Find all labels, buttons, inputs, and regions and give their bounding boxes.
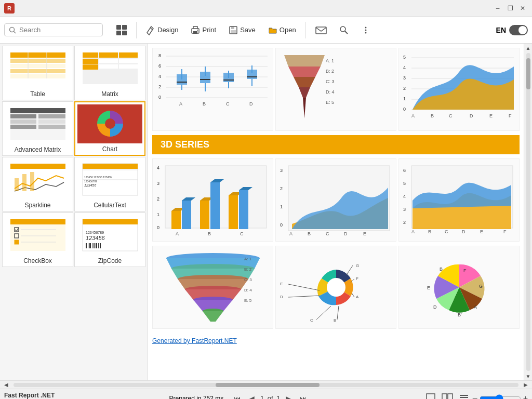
scroll-track bbox=[526, 53, 530, 371]
status-app-name: Fast Report .NET bbox=[4, 392, 55, 399]
sidebar-item-cellular[interactable]: 123456 123456 123456 123456789 123456 Ce… bbox=[74, 157, 145, 211]
toolbar: Design Print Save Open EN bbox=[0, 17, 532, 44]
svg-point-12 bbox=[365, 26, 366, 28]
nav-next-button[interactable]: ▶ bbox=[283, 392, 295, 400]
email-button[interactable] bbox=[310, 22, 332, 38]
content-area: 8 6 4 2 0 bbox=[148, 44, 524, 380]
minimize-button[interactable]: – bbox=[493, 3, 503, 14]
view-single-button[interactable] bbox=[424, 392, 437, 399]
zoom-plus-button[interactable]: + bbox=[523, 394, 528, 400]
design-button[interactable]: Design bbox=[141, 22, 183, 38]
status-right: – + bbox=[424, 392, 528, 399]
language-label: EN bbox=[496, 26, 506, 34]
svg-rect-146 bbox=[200, 201, 209, 229]
svg-rect-8 bbox=[231, 30, 236, 33]
sidebar-item-sparkline[interactable]: Sparkline bbox=[2, 157, 73, 211]
svg-rect-71 bbox=[89, 243, 91, 248]
svg-text:D: D bbox=[344, 231, 348, 236]
svg-line-1 bbox=[14, 31, 16, 33]
svg-text:4: 4 bbox=[403, 65, 406, 70]
hscroll-right-button[interactable]: ▶ bbox=[520, 379, 532, 391]
svg-rect-9 bbox=[316, 27, 326, 34]
svg-text:3: 3 bbox=[280, 168, 283, 173]
zoom-slider-input[interactable] bbox=[480, 394, 521, 400]
svg-text:A: A bbox=[356, 295, 359, 299]
svg-text:2: 2 bbox=[157, 196, 159, 202]
theme-toggle[interactable] bbox=[509, 25, 528, 35]
hscroll-thumb[interactable] bbox=[216, 383, 320, 387]
svg-text:5: 5 bbox=[403, 55, 406, 60]
svg-text:6: 6 bbox=[403, 168, 406, 173]
svg-text:3: 3 bbox=[403, 207, 406, 212]
hscroll-track bbox=[14, 383, 518, 387]
generated-link[interactable]: Generated by FastReport.NET bbox=[152, 333, 520, 349]
right-scrollbar[interactable]: ▲ ▼ bbox=[524, 44, 532, 380]
svg-text:C: C bbox=[326, 231, 329, 236]
svg-text:B: 2: B: 2 bbox=[244, 267, 252, 272]
svg-rect-74 bbox=[96, 243, 97, 248]
svg-text:0: 0 bbox=[158, 95, 161, 100]
svg-rect-49 bbox=[83, 164, 138, 169]
sidebar-item-advanced-matrix[interactable]: Advanced Matrix bbox=[2, 101, 73, 156]
open-button[interactable]: Open bbox=[263, 22, 301, 38]
sidebar-item-chart[interactable]: Chart bbox=[74, 101, 145, 156]
sidebar-item-matrix[interactable]: Matrix bbox=[74, 46, 145, 100]
print-button[interactable]: Print bbox=[185, 22, 221, 38]
view-list-button[interactable] bbox=[457, 392, 471, 399]
advanced-matrix-label: Advanced Matrix bbox=[15, 146, 61, 153]
svg-rect-47 bbox=[30, 172, 34, 191]
sidebar-item-table[interactable]: Table bbox=[2, 46, 73, 100]
search-input[interactable] bbox=[19, 26, 92, 34]
svg-rect-31 bbox=[119, 64, 138, 69]
svg-text:A: 1: A: 1 bbox=[326, 58, 334, 63]
svg-text:4: 4 bbox=[158, 74, 161, 79]
grid-view-button[interactable] bbox=[111, 22, 132, 38]
open-label: Open bbox=[280, 26, 296, 34]
box-plot-chart: 8 6 4 2 0 bbox=[156, 51, 270, 128]
svg-rect-96 bbox=[223, 73, 234, 82]
design-icon bbox=[146, 25, 155, 35]
nav-prev-button[interactable]: ◀ bbox=[246, 392, 258, 400]
nav-first-button[interactable]: ⏮ bbox=[231, 392, 244, 400]
svg-rect-33 bbox=[10, 108, 65, 113]
svg-rect-100 bbox=[247, 70, 257, 79]
save-button[interactable]: Save bbox=[223, 22, 261, 38]
toolbar-separator-2 bbox=[305, 22, 306, 38]
horizontal-scrollbar: ◀ ▶ bbox=[0, 380, 532, 389]
svg-rect-150 bbox=[229, 195, 238, 229]
svg-line-194 bbox=[288, 284, 320, 290]
page-current-num: 1 bbox=[260, 394, 264, 399]
more-button[interactable] bbox=[356, 22, 376, 38]
view-double-button[interactable] bbox=[440, 392, 455, 399]
svg-line-202 bbox=[352, 293, 354, 297]
svg-text:F: F bbox=[509, 113, 512, 118]
svg-text:4: 4 bbox=[403, 194, 406, 199]
svg-text:1: 1 bbox=[157, 212, 159, 217]
svg-text:A: A bbox=[179, 101, 182, 107]
svg-marker-112 bbox=[284, 55, 325, 66]
svg-text:A: 1: A: 1 bbox=[244, 257, 252, 261]
svg-point-13 bbox=[365, 29, 366, 31]
zoom-minus-button[interactable]: – bbox=[473, 394, 477, 400]
maximize-button[interactable]: ❐ bbox=[505, 3, 515, 14]
charts-row-1: 8 6 4 2 0 bbox=[152, 48, 520, 131]
search-button[interactable] bbox=[334, 22, 354, 38]
svg-rect-212 bbox=[427, 394, 435, 399]
scroll-up-button[interactable]: ▲ bbox=[524, 44, 533, 52]
title-left: R bbox=[4, 3, 15, 14]
sidebar-item-zipcode[interactable]: 123456789 123456 ZipCode bbox=[74, 212, 145, 267]
svg-rect-70 bbox=[88, 243, 88, 248]
hscroll-left-button[interactable]: ◀ bbox=[0, 379, 12, 391]
chart-3d-funnel: A: 1 B: 2 C: 3 D: 4 E: 5 bbox=[152, 246, 273, 329]
chart-label: Chart bbox=[102, 145, 117, 153]
svg-text:C: C bbox=[226, 101, 230, 107]
scroll-thumb[interactable] bbox=[526, 58, 530, 89]
app-icon: R bbox=[4, 3, 15, 14]
svg-text:D: D bbox=[462, 229, 466, 234]
nav-last-button[interactable]: ⏭ bbox=[297, 392, 310, 400]
sparkline-thumbnail bbox=[5, 159, 71, 200]
search-box[interactable] bbox=[4, 23, 103, 36]
close-button[interactable]: ✕ bbox=[517, 3, 528, 14]
sidebar-item-checkbox[interactable]: CheckBox bbox=[2, 212, 73, 267]
svg-text:A: A bbox=[176, 231, 179, 236]
